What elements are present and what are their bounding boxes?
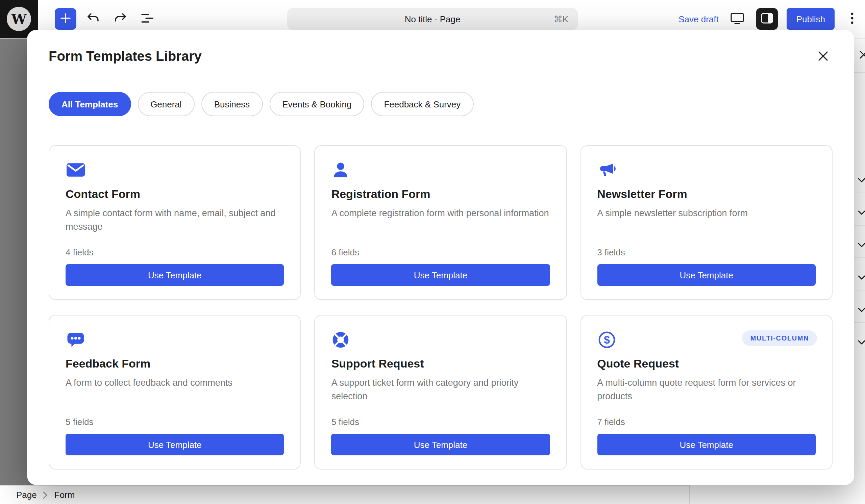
template-card-feedback-form: Feedback Form A form to collect feedback… xyxy=(49,315,301,470)
filter-tab-feedback-survey[interactable]: Feedback & Survey xyxy=(371,92,473,116)
options-menu-button[interactable] xyxy=(843,8,861,30)
wordpress-editor: Page Form W xyxy=(0,0,865,504)
settings-toggle-button[interactable] xyxy=(757,8,778,30)
template-field-count: 5 fields xyxy=(66,417,284,427)
envelope-icon xyxy=(66,161,86,180)
template-card-quote-request: $ MULTI-COLUMN Quote Request A multi-col… xyxy=(580,315,833,470)
filter-tab-business[interactable]: Business xyxy=(201,92,263,116)
chevron-down-icon xyxy=(857,238,865,244)
command-shortcut: ⌘K xyxy=(554,14,568,24)
redo-icon xyxy=(112,10,128,28)
document-overview-button[interactable] xyxy=(139,11,155,27)
breadcrumb-form[interactable]: Form xyxy=(54,490,75,500)
use-template-button[interactable]: Use Template xyxy=(332,264,550,286)
plus-icon xyxy=(57,10,74,28)
template-title: Feedback Form xyxy=(66,358,284,371)
filter-tab-all-templates[interactable]: All Templates xyxy=(49,92,131,116)
template-description: A multi-column quote request form for se… xyxy=(597,376,816,417)
template-title: Contact Form xyxy=(66,188,284,201)
template-grid: Contact Form A simple contact form with … xyxy=(49,145,833,470)
close-icon xyxy=(815,48,831,66)
template-card-registration-form: Registration Form A complete registratio… xyxy=(314,145,567,300)
save-draft-button[interactable]: Save draft xyxy=(679,14,719,24)
monitor-icon xyxy=(729,10,746,28)
template-field-count: 7 fields xyxy=(597,417,816,427)
filter-tab-general[interactable]: General xyxy=(138,92,195,116)
breadcrumb-page[interactable]: Page xyxy=(16,490,37,500)
form-templates-modal: Form Templates Library All TemplatesGene… xyxy=(27,30,854,485)
block-inserter-button[interactable] xyxy=(55,8,76,30)
filter-tab-events-booking[interactable]: Events & Booking xyxy=(269,92,364,116)
tabs-divider xyxy=(49,126,833,126)
template-description: A complete registration form with person… xyxy=(332,207,550,247)
template-description: A simple newsletter subscription form xyxy=(597,207,816,247)
chevron-down-icon xyxy=(857,206,865,211)
template-field-count: 6 fields xyxy=(332,247,550,257)
modal-close-button[interactable] xyxy=(815,49,831,65)
preview-button[interactable] xyxy=(727,9,748,29)
template-description: A form to collect feedback and comments xyxy=(66,376,284,417)
template-field-count: 4 fields xyxy=(66,247,284,257)
command-center-bar[interactable]: No title · Page ⌘K xyxy=(287,8,578,30)
use-template-button[interactable]: Use Template xyxy=(66,434,284,455)
chevron-down-icon xyxy=(857,271,865,276)
use-template-button[interactable]: Use Template xyxy=(597,264,816,286)
sidebar-panel-icon xyxy=(759,10,775,28)
template-card-newsletter-form: Newsletter Form A simple newsletter subs… xyxy=(580,145,833,300)
multi-column-badge: MULTI-COLUMN xyxy=(742,330,817,346)
megaphone-icon xyxy=(597,161,617,180)
undo-icon xyxy=(85,10,101,28)
kebab-icon xyxy=(844,10,860,28)
svg-text:$: $ xyxy=(604,334,610,346)
template-title: Registration Form xyxy=(332,188,550,201)
modal-header: Form Templates Library xyxy=(49,49,833,68)
modal-title: Form Templates Library xyxy=(49,49,202,64)
template-title: Quote Request xyxy=(597,358,816,371)
template-title: Support Request xyxy=(332,358,550,371)
template-card-contact-form: Contact Form A simple contact form with … xyxy=(49,145,301,300)
template-description: A support ticket form with category and … xyxy=(332,376,550,417)
template-field-count: 5 fields xyxy=(332,417,550,427)
chevron-down-icon xyxy=(857,336,865,341)
chevron-right-icon xyxy=(43,491,48,499)
editor-footer: Page Form xyxy=(0,485,689,504)
dollar-circle-icon: $ xyxy=(597,330,617,349)
document-title: No title · Page xyxy=(405,14,461,24)
publish-button[interactable]: Publish xyxy=(787,8,834,30)
chevron-down-icon xyxy=(857,174,865,179)
template-field-count: 3 fields xyxy=(597,247,816,257)
wordpress-logo-letter: W xyxy=(7,7,31,31)
use-template-button[interactable]: Use Template xyxy=(332,434,550,455)
chevron-down-icon xyxy=(857,303,865,309)
use-template-button[interactable]: Use Template xyxy=(66,264,284,286)
use-template-button[interactable]: Use Template xyxy=(597,434,816,455)
redo-button[interactable] xyxy=(112,11,128,27)
person-icon xyxy=(332,161,352,180)
list-view-icon xyxy=(139,10,155,28)
sidebar-close-icon[interactable] xyxy=(857,48,865,61)
undo-button[interactable] xyxy=(85,11,101,27)
template-title: Newsletter Form xyxy=(597,188,816,201)
chat-bubble-icon xyxy=(66,330,86,349)
template-card-support-request: Support Request A support ticket form wi… xyxy=(314,315,567,470)
lifebuoy-icon xyxy=(332,330,352,349)
template-description: A simple contact form with name, email, … xyxy=(66,207,284,247)
template-filter-tabs: All TemplatesGeneralBusinessEvents & Boo… xyxy=(49,92,833,116)
